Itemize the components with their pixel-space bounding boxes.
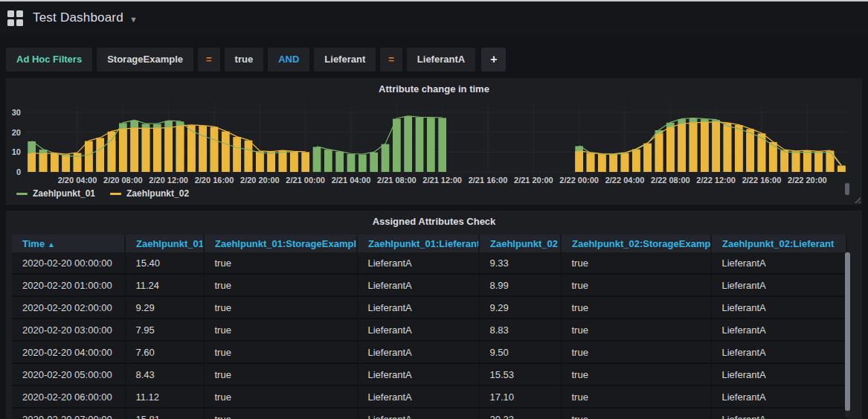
x-axis-label: 2/20 20:00 (240, 176, 280, 185)
table-cell: LieferantA (357, 341, 479, 363)
chevron-down-icon[interactable]: ▼ (129, 15, 138, 24)
x-axis-label: 2/22 16:00 (742, 176, 782, 185)
table-cell: true (204, 252, 357, 274)
table-cell: 2020-02-20 01:00:00 (12, 274, 125, 296)
bar-zaehlpunkt_01 (416, 118, 424, 172)
legend-swatch (110, 193, 121, 195)
table-cell: true (204, 274, 357, 296)
table-row: 2020-02-20 00:00:0015.40trueLieferantA9.… (12, 252, 846, 274)
bar-zaehlpunkt_01 (404, 116, 412, 172)
table-cell: 8.43 (125, 363, 204, 386)
x-axis-label: 2/22 00:00 (559, 176, 599, 185)
sort-asc-icon: ▲ (48, 240, 55, 249)
bar-zaehlpunkt_02 (838, 165, 846, 172)
table-cell: true (204, 296, 357, 319)
bar-zaehlpunkt_02 (814, 152, 823, 172)
table-header-row: Time▲Zaehlpunkt_01Zaehlpunkt_01:StorageE… (12, 234, 846, 252)
bar-zaehlpunkt_02 (301, 152, 309, 172)
bar-zaehlpunkt_02 (153, 129, 161, 172)
bar-zaehlpunkt_01 (370, 153, 378, 172)
y-axis-label: 10 (12, 147, 21, 156)
column-header-time[interactable]: Time▲ (12, 234, 125, 252)
bar-zaehlpunkt_01 (393, 119, 401, 172)
filter-chip-true[interactable]: true (225, 48, 264, 71)
column-header-zaehlpunkt-02-lieferant[interactable]: Zaehlpunkt_02:Lieferant (711, 234, 846, 252)
bar-zaehlpunkt_02 (199, 126, 207, 172)
x-axis-label: 2/20 08:00 (103, 176, 143, 185)
table-cell: 9.33 (479, 252, 561, 274)
bar-zaehlpunkt_02 (290, 152, 298, 172)
column-header-zaehlpunkt-01-storageexample[interactable]: Zaehlpunkt_01:StorageExample (204, 234, 357, 252)
table-cell: LieferantA (711, 296, 846, 319)
table-scrollbar[interactable] (845, 252, 850, 418)
column-header-zaehlpunkt-01-lieferant[interactable]: Zaehlpunkt_01:Lieferant (357, 234, 479, 252)
table-cell: true (561, 363, 711, 386)
chart-legend: Zaehlpunkt_01Zaehlpunkt_02 (16, 188, 189, 199)
bar-zaehlpunkt_02 (803, 151, 811, 172)
bar-zaehlpunkt_02 (609, 154, 617, 172)
dashboard-title[interactable]: Test Dashboard (33, 10, 123, 25)
column-header-zaehlpunkt-02[interactable]: Zaehlpunkt_02 (479, 234, 561, 252)
filter-chip-lieferant[interactable]: Lieferant (314, 48, 376, 71)
legend-label: Zaehlpunkt_02 (126, 188, 189, 199)
table-row: 2020-02-20 03:00:007.95trueLieferantA8.8… (12, 319, 846, 341)
legend-item-zaehlpunkt_01[interactable]: Zaehlpunkt_01 (16, 188, 95, 199)
filter-chip-and[interactable]: AND (268, 48, 309, 71)
panel-resize-handle[interactable] (854, 196, 861, 203)
bar-zaehlpunkt_02 (621, 153, 629, 172)
table-cell: true (561, 341, 711, 363)
x-axis-label: 2/21 12:00 (422, 176, 462, 185)
table-row: 2020-02-20 04:00:007.60trueLieferantA9.5… (12, 341, 846, 363)
bar-zaehlpunkt_02 (598, 154, 606, 172)
bar-zaehlpunkt_02 (142, 129, 150, 172)
y-axis-label: 20 (12, 128, 21, 137)
x-axis-label: 2/21 20:00 (514, 176, 553, 185)
chart-panel-title[interactable]: Attribute change in time (6, 78, 862, 95)
table-row: 2020-02-20 02:00:009.29trueLieferantA9.2… (12, 296, 846, 319)
bar-zaehlpunkt_01 (359, 155, 367, 172)
table-cell: 17.10 (479, 386, 561, 408)
bar-zaehlpunkt_01 (382, 144, 390, 172)
bar-zaehlpunkt_02 (28, 153, 36, 172)
bar-zaehlpunkt_02 (39, 154, 48, 172)
table-cell: 9.29 (479, 296, 561, 319)
table-cell: 9.29 (125, 296, 204, 319)
bar-zaehlpunkt_02 (176, 127, 184, 172)
table-cell: LieferantA (357, 296, 479, 319)
add-filter-button[interactable]: + (481, 48, 506, 71)
grid-icon-square (16, 19, 23, 26)
table-cell: 15.40 (125, 252, 204, 274)
bar-zaehlpunkt_02 (245, 141, 253, 172)
bar-zaehlpunkt_02 (119, 129, 127, 172)
dashboard-grid-icon[interactable] (7, 10, 23, 26)
bar-zaehlpunkt_02 (256, 151, 264, 172)
filter-chip-storageexample[interactable]: StorageExample (97, 48, 193, 71)
y-axis-label: 0 (16, 167, 21, 176)
table-cell: 8.83 (479, 319, 561, 341)
bar-zaehlpunkt_02 (746, 129, 754, 172)
bar-zaehlpunkt_02 (792, 151, 800, 172)
attributes-table: Time▲Zaehlpunkt_01Zaehlpunkt_01:StorageE… (12, 234, 847, 419)
column-header-zaehlpunkt-01[interactable]: Zaehlpunkt_01 (125, 234, 204, 252)
attribute-change-chart: 01020302/20 04:002/20 08:002/20 12:002/2… (6, 97, 858, 188)
bar-zaehlpunkt_02 (712, 122, 720, 172)
adhoc-filter-row: Ad Hoc Filters StorageExample=trueANDLie… (6, 48, 506, 71)
chart-scrollbar-thumb[interactable] (845, 183, 849, 195)
table-cell: true (561, 252, 711, 274)
table-cell: LieferantA (357, 386, 479, 408)
table-panel-title[interactable]: Assigned Attributes Check (6, 211, 862, 227)
filter-chip-=[interactable]: = (380, 48, 402, 71)
table-cell: LieferantA (357, 408, 479, 419)
table-cell: 2020-02-20 00:00:00 (12, 252, 125, 274)
table-scrollbar-thumb[interactable] (845, 252, 850, 411)
filter-chip-lieferanta[interactable]: LieferantA (407, 48, 475, 71)
bar-zaehlpunkt_01 (427, 118, 435, 172)
x-axis-label: 2/21 04:00 (332, 176, 371, 185)
bar-zaehlpunkt_02 (108, 132, 116, 172)
filter-chip-=[interactable]: = (198, 48, 220, 71)
legend-item-zaehlpunkt_02[interactable]: Zaehlpunkt_02 (110, 188, 189, 199)
table-cell: LieferantA (711, 386, 846, 408)
x-axis-label: 2/22 04:00 (605, 176, 645, 185)
x-axis-label: 2/21 00:00 (286, 176, 325, 185)
column-header-zaehlpunkt-02-storageexample[interactable]: Zaehlpunkt_02:StorageExample (561, 234, 711, 252)
